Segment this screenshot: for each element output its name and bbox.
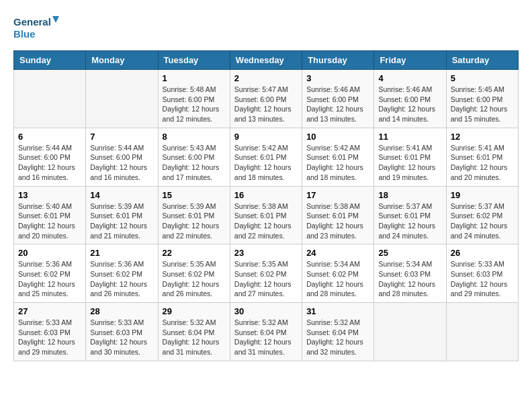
calendar-cell — [374, 303, 446, 361]
calendar-cell: 13Sunrise: 5:40 AM Sunset: 6:01 PM Dayli… — [14, 186, 86, 244]
calendar-week-row: 6Sunrise: 5:44 AM Sunset: 6:00 PM Daylig… — [14, 128, 519, 186]
calendar-cell: 12Sunrise: 5:41 AM Sunset: 6:01 PM Dayli… — [446, 128, 518, 186]
day-number: 22 — [163, 248, 226, 258]
cell-content: Sunrise: 5:41 AM Sunset: 6:01 PM Dayligh… — [451, 143, 514, 183]
day-number: 3 — [306, 73, 369, 83]
day-number: 17 — [306, 190, 369, 200]
day-number: 26 — [451, 248, 514, 258]
calendar-cell: 18Sunrise: 5:37 AM Sunset: 6:01 PM Dayli… — [374, 186, 446, 244]
calendar-cell: 15Sunrise: 5:39 AM Sunset: 6:01 PM Dayli… — [158, 186, 230, 244]
calendar-cell: 14Sunrise: 5:39 AM Sunset: 6:01 PM Dayli… — [86, 186, 158, 244]
day-number: 16 — [234, 190, 298, 200]
day-of-week-header: Friday — [374, 51, 446, 70]
calendar-cell: 27Sunrise: 5:33 AM Sunset: 6:03 PM Dayli… — [14, 303, 86, 361]
day-number: 6 — [18, 132, 81, 142]
day-of-week-header: Thursday — [302, 51, 374, 70]
cell-content: Sunrise: 5:33 AM Sunset: 6:03 PM Dayligh… — [18, 318, 81, 357]
cell-content: Sunrise: 5:34 AM Sunset: 6:03 PM Dayligh… — [378, 259, 441, 299]
cell-content: Sunrise: 5:35 AM Sunset: 6:02 PM Dayligh… — [163, 259, 226, 299]
calendar-cell — [86, 70, 158, 128]
calendar-cell: 1Sunrise: 5:48 AM Sunset: 6:00 PM Daylig… — [158, 70, 230, 128]
cell-content: Sunrise: 5:48 AM Sunset: 6:00 PM Dayligh… — [163, 85, 226, 124]
cell-content: Sunrise: 5:41 AM Sunset: 6:01 PM Dayligh… — [378, 143, 441, 183]
day-number: 28 — [90, 306, 153, 316]
day-of-week-header: Sunday — [14, 51, 86, 70]
calendar-cell: 10Sunrise: 5:42 AM Sunset: 6:01 PM Dayli… — [302, 128, 374, 186]
cell-content: Sunrise: 5:32 AM Sunset: 6:04 PM Dayligh… — [306, 318, 369, 357]
calendar-week-row: 20Sunrise: 5:36 AM Sunset: 6:02 PM Dayli… — [14, 244, 519, 303]
day-number: 29 — [163, 306, 226, 316]
cell-content: Sunrise: 5:39 AM Sunset: 6:01 PM Dayligh… — [90, 201, 153, 241]
calendar-cell: 19Sunrise: 5:37 AM Sunset: 6:02 PM Dayli… — [446, 186, 518, 244]
calendar-header-row: SundayMondayTuesdayWednesdayThursdayFrid… — [14, 51, 519, 70]
calendar-cell: 9Sunrise: 5:42 AM Sunset: 6:01 PM Daylig… — [230, 128, 302, 186]
cell-content: Sunrise: 5:40 AM Sunset: 6:01 PM Dayligh… — [18, 201, 81, 241]
day-number: 5 — [451, 73, 514, 83]
calendar-cell: 30Sunrise: 5:32 AM Sunset: 6:04 PM Dayli… — [230, 303, 302, 361]
cell-content: Sunrise: 5:33 AM Sunset: 6:03 PM Dayligh… — [451, 259, 514, 299]
day-number: 12 — [451, 132, 514, 142]
cell-content: Sunrise: 5:32 AM Sunset: 6:04 PM Dayligh… — [163, 318, 226, 357]
day-number: 23 — [234, 248, 298, 258]
cell-content: Sunrise: 5:39 AM Sunset: 6:01 PM Dayligh… — [163, 201, 226, 241]
cell-content: Sunrise: 5:44 AM Sunset: 6:00 PM Dayligh… — [18, 143, 81, 183]
cell-content: Sunrise: 5:37 AM Sunset: 6:02 PM Dayligh… — [451, 201, 514, 241]
cell-content: Sunrise: 5:42 AM Sunset: 6:01 PM Dayligh… — [234, 143, 298, 183]
day-number: 14 — [90, 190, 153, 200]
calendar-cell: 8Sunrise: 5:43 AM Sunset: 6:00 PM Daylig… — [158, 128, 230, 186]
page-header: General Blue — [13, 13, 519, 44]
calendar-week-row: 27Sunrise: 5:33 AM Sunset: 6:03 PM Dayli… — [14, 303, 519, 361]
day-number: 24 — [306, 248, 369, 258]
logo: General Blue — [13, 13, 60, 44]
cell-content: Sunrise: 5:38 AM Sunset: 6:01 PM Dayligh… — [234, 201, 298, 241]
calendar-cell: 31Sunrise: 5:32 AM Sunset: 6:04 PM Dayli… — [302, 303, 374, 361]
calendar-week-row: 1Sunrise: 5:48 AM Sunset: 6:00 PM Daylig… — [14, 70, 519, 128]
calendar-cell: 23Sunrise: 5:35 AM Sunset: 6:02 PM Dayli… — [230, 244, 302, 303]
day-of-week-header: Tuesday — [158, 51, 230, 70]
calendar-cell: 25Sunrise: 5:34 AM Sunset: 6:03 PM Dayli… — [374, 244, 446, 303]
cell-content: Sunrise: 5:36 AM Sunset: 6:02 PM Dayligh… — [18, 259, 81, 299]
calendar-cell: 11Sunrise: 5:41 AM Sunset: 6:01 PM Dayli… — [374, 128, 446, 186]
day-of-week-header: Saturday — [446, 51, 518, 70]
day-of-week-header: Wednesday — [230, 51, 302, 70]
day-number: 2 — [234, 73, 298, 83]
calendar-cell: 24Sunrise: 5:34 AM Sunset: 6:02 PM Dayli… — [302, 244, 374, 303]
calendar-cell: 2Sunrise: 5:47 AM Sunset: 6:00 PM Daylig… — [230, 70, 302, 128]
cell-content: Sunrise: 5:44 AM Sunset: 6:00 PM Dayligh… — [90, 143, 153, 183]
svg-marker-2 — [52, 16, 59, 23]
day-number: 27 — [18, 306, 81, 316]
calendar-cell: 22Sunrise: 5:35 AM Sunset: 6:02 PM Dayli… — [158, 244, 230, 303]
day-number: 30 — [234, 306, 298, 316]
day-number: 18 — [378, 190, 441, 200]
cell-content: Sunrise: 5:35 AM Sunset: 6:02 PM Dayligh… — [234, 259, 298, 299]
day-of-week-header: Monday — [86, 51, 158, 70]
calendar-week-row: 13Sunrise: 5:40 AM Sunset: 6:01 PM Dayli… — [14, 186, 519, 244]
day-number: 8 — [163, 132, 226, 142]
calendar-cell: 3Sunrise: 5:46 AM Sunset: 6:00 PM Daylig… — [302, 70, 374, 128]
svg-text:General: General — [13, 16, 51, 28]
logo-svg: General Blue — [13, 13, 60, 44]
cell-content: Sunrise: 5:38 AM Sunset: 6:01 PM Dayligh… — [306, 201, 369, 241]
cell-content: Sunrise: 5:36 AM Sunset: 6:02 PM Dayligh… — [90, 259, 153, 299]
calendar-cell: 6Sunrise: 5:44 AM Sunset: 6:00 PM Daylig… — [14, 128, 86, 186]
cell-content: Sunrise: 5:46 AM Sunset: 6:00 PM Dayligh… — [306, 85, 369, 124]
calendar-cell: 5Sunrise: 5:45 AM Sunset: 6:00 PM Daylig… — [446, 70, 518, 128]
cell-content: Sunrise: 5:47 AM Sunset: 6:00 PM Dayligh… — [234, 85, 298, 124]
calendar-cell: 20Sunrise: 5:36 AM Sunset: 6:02 PM Dayli… — [14, 244, 86, 303]
day-number: 31 — [306, 306, 369, 316]
day-number: 1 — [163, 73, 226, 83]
calendar-cell: 21Sunrise: 5:36 AM Sunset: 6:02 PM Dayli… — [86, 244, 158, 303]
cell-content: Sunrise: 5:42 AM Sunset: 6:01 PM Dayligh… — [306, 143, 369, 183]
day-number: 13 — [18, 190, 81, 200]
cell-content: Sunrise: 5:43 AM Sunset: 6:00 PM Dayligh… — [163, 143, 226, 183]
cell-content: Sunrise: 5:37 AM Sunset: 6:01 PM Dayligh… — [378, 201, 441, 241]
calendar-cell: 4Sunrise: 5:46 AM Sunset: 6:00 PM Daylig… — [374, 70, 446, 128]
calendar-cell — [446, 303, 518, 361]
day-number: 21 — [90, 248, 153, 258]
cell-content: Sunrise: 5:45 AM Sunset: 6:00 PM Dayligh… — [451, 85, 514, 124]
calendar-table: SundayMondayTuesdayWednesdayThursdayFrid… — [13, 50, 519, 361]
svg-text:Blue: Blue — [13, 28, 36, 40]
day-number: 9 — [234, 132, 298, 142]
day-number: 11 — [378, 132, 441, 142]
calendar-cell: 17Sunrise: 5:38 AM Sunset: 6:01 PM Dayli… — [302, 186, 374, 244]
